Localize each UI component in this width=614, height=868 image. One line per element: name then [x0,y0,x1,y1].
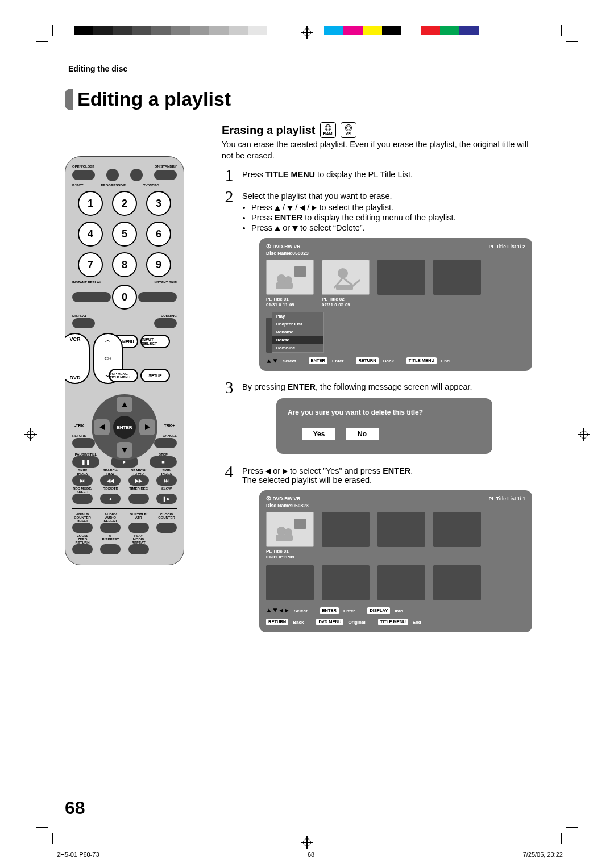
confirm-yes-button[interactable]: Yes [302,428,335,440]
dpad: -TRK TRK+ ENTER [74,390,175,428]
edit-menu-item[interactable]: Chapter List [272,320,323,328]
cropmark-bl [36,827,53,844]
rec-button-2[interactable] [128,494,149,504]
subheading-text: Erasing a playlist [222,124,316,137]
clock-button[interactable] [156,523,177,533]
svg-rect-3 [276,282,293,289]
intro-paragraph: You can erase the created playlist. Even… [222,139,540,161]
dpad-left[interactable] [94,419,110,435]
subtitle-button[interactable] [128,523,149,533]
seek-button-1[interactable]: ◀◀ [100,475,121,486]
playlist-thumb-empty [377,512,425,547]
rec-button-3[interactable]: ❚► [156,494,177,504]
open-close-button[interactable] [72,170,95,180]
svg-rect-0 [294,266,306,277]
arrow-left-icon [300,205,305,211]
return-button[interactable] [72,438,95,448]
stop-button[interactable]: ■ [150,456,177,468]
tv-video-button[interactable] [130,169,143,181]
playlist-thumb-empty [377,260,425,295]
keypad-4[interactable]: 4 [78,222,103,247]
disc-icon: ⦿ [266,496,271,502]
arrow-down-icon [287,206,293,211]
svg-rect-5 [336,285,353,290]
standby-button[interactable] [154,170,177,180]
title-menu-button[interactable]: TOP MENU/ TITLE MENU [109,369,138,382]
thumb-preview-icon [326,263,366,291]
svg-rect-6 [294,519,306,529]
thumb-preview-icon [270,515,310,544]
edit-menu-item[interactable]: Rename [272,328,323,336]
keypad-2[interactable]: 2 [112,191,137,216]
playlist-thumb-1 [266,512,314,547]
seek-button-0[interactable]: ⏮ [72,475,93,486]
playlist-thumb-empty [266,565,314,600]
disc-icon: ⦿ [266,244,271,249]
arrow-down-icon [292,226,298,231]
pause-button[interactable]: ❚❚ [72,456,99,468]
steps-list: 1 Press TITLE MENU to display the PL Tit… [222,166,551,640]
dpad-down[interactable] [117,442,132,458]
thumbnail-row: PL Title 0101/31 0:11:09 PL Title 0202/ [266,260,525,307]
dpad-right[interactable] [139,419,155,435]
audio-button[interactable] [100,523,121,533]
confirm-message: Are you sure you want to delete this tit… [288,408,481,416]
input-select-button[interactable]: INPUT SELECT [140,335,170,348]
angle-button[interactable] [72,523,93,533]
page-title: Editing a playlist [65,88,231,110]
arrow-right-icon [312,205,317,211]
osd-title-list-2: ⦿ DVD-RW VR PL Title List 1/ 1 Disc Name… [259,490,532,632]
seek-button-2[interactable]: ▶▶ [128,475,149,486]
playlist-thumb-2 [322,260,370,295]
rec-button-1[interactable]: ● [100,494,121,504]
step-number: 1 [222,166,237,183]
dpad-up[interactable] [117,397,132,412]
enter-button[interactable]: ENTER [113,416,136,439]
confirm-no-button[interactable]: No [346,428,379,440]
remote-control: OPEN/CLOSEON/STANDBY EJECTPROGRESSIVETV/… [65,156,184,565]
footer-filename: 2H5-01 P60-73 [57,851,99,858]
zoom-button[interactable] [72,544,93,554]
setup-button[interactable]: SETUP [140,369,170,382]
cancel-button[interactable] [154,438,177,448]
seek-button-3[interactable]: ⏭ [156,475,177,486]
dubbing-button[interactable] [154,318,177,328]
disc-badge-ram: RAM [320,122,336,138]
arrow-left-icon [265,469,271,474]
display-button[interactable] [72,318,95,328]
confirm-dialog: Are you sure you want to delete this tit… [276,398,492,454]
page-body: Editing the disc Editing a playlist Eras… [57,43,557,827]
section-header: Editing the disc [68,64,127,73]
numeric-keypad: 123456789 [78,191,171,277]
progressive-button[interactable] [106,169,119,181]
instant-replay-button[interactable] [72,292,111,302]
keypad-0[interactable]: 0 [112,285,137,310]
page-number: 68 [65,798,85,819]
instant-skip-button[interactable] [138,292,177,302]
edit-menu-item[interactable]: Play [272,312,323,320]
edit-menu-item[interactable]: Combine [272,344,323,352]
title-tab-icon [65,89,73,110]
registration-mark-top [301,26,313,39]
keypad-7[interactable]: 7 [78,252,103,277]
keypad-3[interactable]: 3 [146,191,171,216]
step-number: 2 [222,188,237,374]
step-1: 1 Press TITLE MENU to display the PL Tit… [222,166,551,183]
cropmark-br [561,827,578,844]
rec-button-0[interactable] [72,494,93,504]
step-4: 4 Press or to select ”Yes” and press ENT… [222,463,551,636]
ab-repeat-button[interactable] [100,544,121,554]
keypad-6[interactable]: 6 [146,222,171,247]
edit-menu-item[interactable]: Delete [272,336,323,344]
process-colorbar [324,26,479,35]
keypad-5[interactable]: 5 [112,222,137,247]
playlist-thumb-empty [377,565,425,600]
keypad-1[interactable]: 1 [78,191,103,216]
vcr-dvd-rocker[interactable]: VCR DVD [65,333,90,384]
step-number: 4 [222,463,237,636]
playlist-thumb-1 [266,260,314,295]
keypad-8[interactable]: 8 [112,252,137,277]
keypad-9[interactable]: 9 [146,252,171,277]
mode-cluster: DVD MENU VCR DVD ︿ CH ﹀ INPUT SELECT TOP… [76,333,173,384]
playmode-button[interactable] [128,544,149,554]
